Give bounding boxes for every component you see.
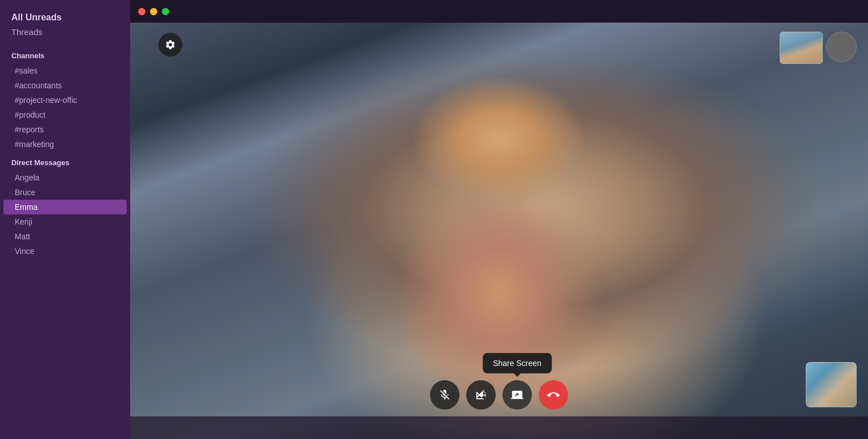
videocam-off-icon bbox=[475, 389, 487, 401]
sidebar-item-matt[interactable]: Matt bbox=[3, 229, 127, 244]
sidebar-item-product[interactable]: #product bbox=[3, 107, 127, 122]
sidebar-item-kenji[interactable]: Kenji bbox=[3, 214, 127, 229]
traffic-lights bbox=[138, 8, 169, 15]
sidebar-item-angela[interactable]: Angela bbox=[3, 170, 127, 185]
sidebar-item-accountants[interactable]: #accountants bbox=[3, 78, 127, 93]
participant-thumbnails bbox=[780, 32, 857, 64]
controls-bar: Share Screen bbox=[430, 380, 568, 410]
sidebar-item-project-new-offic[interactable]: #project-new-offic bbox=[3, 93, 127, 107]
sidebar-threads[interactable]: Threads bbox=[0, 25, 130, 45]
sidebar-all-unreads[interactable]: All Unreads bbox=[0, 9, 130, 24]
video-call-area: Share Screen bbox=[130, 0, 868, 439]
participant-thumbnail-bottom-right[interactable] bbox=[806, 362, 857, 407]
window-chrome bbox=[130, 0, 868, 23]
microphone-off-icon bbox=[439, 389, 451, 401]
participant-thumbnail-1[interactable] bbox=[780, 32, 823, 64]
sidebar-item-sales[interactable]: #sales bbox=[3, 63, 127, 78]
video-feed-main bbox=[130, 23, 868, 439]
sidebar-dm-label: Direct Messages bbox=[0, 152, 130, 170]
sidebar-item-reports[interactable]: #reports bbox=[3, 122, 127, 137]
gear-icon bbox=[165, 39, 176, 50]
share-screen-button[interactable] bbox=[502, 380, 532, 410]
close-window-button[interactable] bbox=[138, 8, 145, 15]
video-off-button[interactable] bbox=[466, 380, 496, 410]
screen-share-icon bbox=[511, 389, 523, 401]
sidebar-item-bruce[interactable]: Bruce bbox=[3, 185, 127, 200]
mute-button[interactable] bbox=[430, 380, 459, 410]
end-call-button[interactable] bbox=[539, 380, 568, 410]
participant-thumbnail-2[interactable] bbox=[826, 32, 857, 62]
share-screen-container: Share Screen bbox=[502, 380, 532, 410]
bottom-strip bbox=[130, 416, 868, 439]
maximize-window-button[interactable] bbox=[162, 8, 169, 15]
settings-button[interactable] bbox=[158, 33, 182, 57]
sidebar: All Unreads Threads Channels #sales #acc… bbox=[0, 0, 130, 439]
minimize-window-button[interactable] bbox=[150, 8, 157, 15]
sidebar-channels-label: Channels bbox=[0, 45, 130, 63]
person-overlay bbox=[130, 23, 868, 439]
sidebar-item-marketing[interactable]: #marketing bbox=[3, 137, 127, 152]
sidebar-item-emma[interactable]: Emma bbox=[3, 200, 127, 214]
call-end-icon bbox=[547, 389, 560, 401]
sidebar-item-vince[interactable]: Vince bbox=[3, 244, 127, 259]
